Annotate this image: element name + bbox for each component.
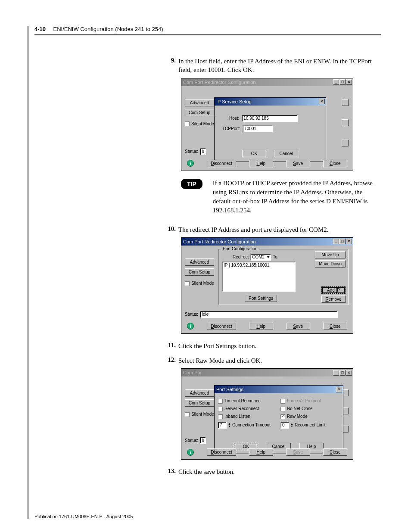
force-v2-checkbox bbox=[280, 399, 285, 404]
step-number: 12. bbox=[164, 356, 176, 365]
close-button[interactable]: Close bbox=[323, 323, 347, 330]
ok-button[interactable]: OK bbox=[242, 150, 266, 157]
maximize-icon[interactable]: □ bbox=[339, 239, 346, 244]
minimize-icon[interactable]: _ bbox=[333, 239, 339, 244]
titlebar[interactable]: Com Port Redirector Configuration _ □ × bbox=[181, 238, 353, 246]
save-button[interactable]: Save bbox=[286, 323, 310, 330]
step-text: Select Raw Mode and click OK. bbox=[178, 356, 381, 365]
ip-list[interactable]: IP | 10.90.92.185:10001 bbox=[222, 261, 296, 292]
status-field bbox=[200, 437, 206, 444]
com-setup-button[interactable]: Com Setup bbox=[185, 109, 214, 116]
step-number: 9. bbox=[164, 57, 176, 75]
advanced-button[interactable]: Advanced bbox=[185, 99, 214, 106]
close-button[interactable]: Close bbox=[323, 160, 347, 167]
help-button[interactable]: Help bbox=[249, 160, 273, 167]
tip-badge: TIP bbox=[181, 179, 202, 189]
tcpport-label: TCPPort: bbox=[222, 126, 240, 131]
publication-footer: Publication 1761-UM006E-EN-P - August 20… bbox=[34, 514, 133, 519]
silent-mode-checkbox[interactable] bbox=[185, 412, 190, 417]
dialog-port-settings: Port Settings × Timeout Reconnect Force … bbox=[214, 385, 343, 454]
port-settings-button[interactable]: Port Settings bbox=[245, 295, 277, 302]
silent-mode-label: Silent Mode bbox=[191, 281, 214, 286]
cancel-button[interactable]: Cancel bbox=[274, 150, 298, 157]
tip-callout: TIP If a BOOTP or DHCP server provided t… bbox=[181, 179, 381, 215]
list-stub bbox=[342, 140, 349, 146]
disconnect-button[interactable]: Disconnect bbox=[207, 160, 236, 167]
to-label: To: bbox=[273, 255, 278, 259]
titlebar[interactable]: IP Service Setup × bbox=[215, 98, 326, 106]
chk-label: Timeout Reconnect bbox=[224, 398, 262, 403]
section-title: ENI/ENIW Configuration (Nodes 241 to 254… bbox=[53, 26, 163, 32]
com-setup-button[interactable]: Com Setup bbox=[185, 268, 214, 276]
spinner-icon[interactable]: ▲▼ bbox=[290, 423, 293, 428]
chk-label: Server Reconnect bbox=[224, 406, 259, 411]
window-title-cut: Com Por bbox=[183, 370, 202, 375]
close-icon[interactable]: × bbox=[346, 370, 352, 376]
list-stub bbox=[342, 99, 349, 106]
spinner-icon[interactable]: ▲▼ bbox=[228, 423, 231, 428]
window-title: Com Port Redirector Configuration bbox=[183, 239, 256, 244]
chevron-down-icon: ▾ bbox=[267, 255, 269, 259]
titlebar[interactable]: Port Settings × bbox=[215, 386, 343, 393]
tcpport-input[interactable] bbox=[243, 125, 273, 132]
close-icon[interactable]: × bbox=[346, 239, 352, 244]
chk-label: Reconnect Limit bbox=[295, 423, 326, 427]
no-net-close-checkbox[interactable] bbox=[280, 407, 285, 411]
connection-timeout-input[interactable] bbox=[218, 422, 227, 429]
dialog-ip-service-setup: IP Service Setup × Host: TCPPort: OK Can… bbox=[214, 97, 326, 162]
list-item[interactable]: IP | 10.90.92.185:10001 bbox=[224, 263, 294, 268]
silent-mode-checkbox[interactable] bbox=[185, 281, 190, 286]
add-ip-button[interactable]: Add IP bbox=[321, 286, 346, 294]
step-13: 13. Click the save button. bbox=[164, 467, 381, 476]
host-label: Host: bbox=[229, 116, 239, 121]
move-up-button[interactable]: Move Up bbox=[315, 251, 346, 258]
close-button[interactable]: Close bbox=[323, 448, 347, 456]
status-field bbox=[200, 311, 338, 318]
save-button[interactable]: Save bbox=[286, 160, 310, 167]
help-button[interactable]: Help bbox=[249, 323, 273, 330]
titlebar[interactable]: Com Por _ □ × bbox=[181, 369, 353, 376]
host-input[interactable] bbox=[242, 115, 298, 122]
minimize-icon[interactable]: _ bbox=[333, 79, 339, 85]
step-text: Click the save button. bbox=[178, 467, 381, 476]
server-reconnect-checkbox[interactable] bbox=[218, 407, 223, 411]
silent-mode-label: Silent Mode bbox=[191, 412, 214, 417]
group-label: Port Configuration bbox=[221, 246, 259, 251]
close-icon[interactable]: × bbox=[319, 99, 325, 104]
chk-label: Force v2 Protocol bbox=[287, 398, 321, 403]
advanced-button[interactable]: Advanced bbox=[185, 389, 214, 397]
step-9: 9. In the Host field, enter the IP Addre… bbox=[164, 57, 381, 75]
chk-label: No Net Close bbox=[287, 406, 312, 411]
info-icon: i bbox=[187, 323, 194, 330]
redirect-label: Redirect bbox=[233, 255, 249, 259]
com-setup-button[interactable]: Com Setup bbox=[185, 399, 214, 407]
remove-button[interactable]: Remove bbox=[321, 296, 346, 303]
close-icon[interactable]: × bbox=[346, 79, 352, 85]
advanced-button[interactable]: Advanced bbox=[185, 258, 214, 266]
maximize-icon[interactable]: □ bbox=[339, 370, 346, 376]
reconnect-limit-input[interactable] bbox=[280, 422, 289, 429]
save-button: Save bbox=[286, 448, 310, 456]
raw-mode-checkbox[interactable] bbox=[280, 414, 285, 419]
silent-mode-checkbox[interactable] bbox=[185, 121, 190, 126]
step-number: 10. bbox=[164, 225, 176, 234]
chk-label: Raw Mode bbox=[287, 414, 308, 419]
info-icon: i bbox=[187, 449, 194, 456]
maximize-icon[interactable]: □ bbox=[339, 79, 346, 85]
disconnect-button[interactable]: Disconnect bbox=[207, 448, 236, 456]
move-down-button[interactable]: Move Down bbox=[315, 260, 346, 268]
step-number: 11. bbox=[164, 342, 176, 350]
dialog-com-port-redirector-1: Com Port Redirector Configuration _ □ × … bbox=[181, 78, 353, 171]
step-text: In the Host field, enter the IP Address … bbox=[178, 57, 381, 75]
timeout-reconnect-checkbox[interactable] bbox=[218, 399, 223, 404]
disconnect-button[interactable]: Disconnect bbox=[207, 323, 236, 330]
minimize-icon[interactable]: _ bbox=[333, 370, 339, 376]
window-title: Port Settings bbox=[216, 387, 243, 392]
help-button[interactable]: Help bbox=[249, 448, 273, 456]
step-number: 13. bbox=[164, 467, 176, 476]
close-icon[interactable]: × bbox=[336, 387, 342, 392]
status-label: Status: bbox=[185, 438, 198, 443]
inband-listen-checkbox[interactable] bbox=[218, 414, 223, 419]
redirect-combo[interactable]: COM2▾ bbox=[250, 254, 271, 261]
titlebar[interactable]: Com Port Redirector Configuration _ □ × bbox=[181, 78, 353, 86]
